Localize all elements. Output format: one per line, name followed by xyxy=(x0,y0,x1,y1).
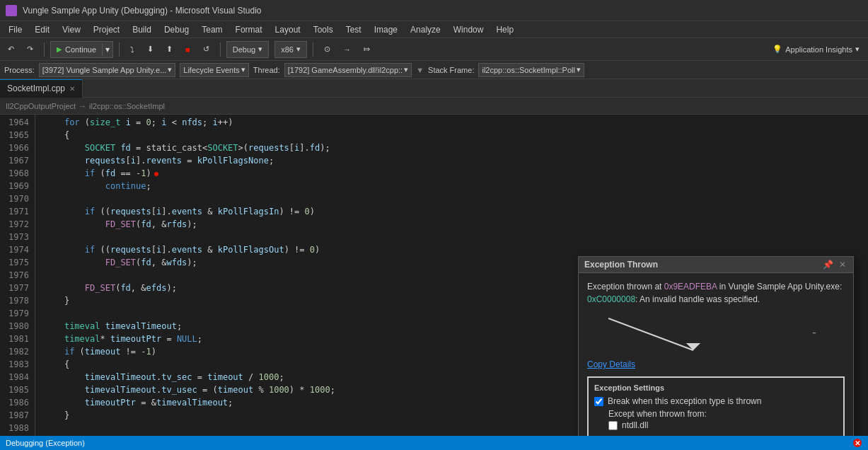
restart-button[interactable]: ↺ xyxy=(198,41,214,58)
process-dropdown-icon: ▾ xyxy=(168,65,172,74)
stop-button[interactable]: ■ xyxy=(180,41,195,58)
process-label: Process: xyxy=(4,66,35,74)
menu-tools[interactable]: Tools xyxy=(308,22,339,38)
exception-dialog-title: Exception Thrown xyxy=(584,260,658,270)
menu-layout[interactable]: Layout xyxy=(270,22,306,38)
svg-text:✕: ✕ xyxy=(855,439,860,447)
exception-arrow-svg xyxy=(608,311,750,354)
menu-build[interactable]: Build xyxy=(127,22,157,38)
platform-selector[interactable]: x86 ▾ xyxy=(274,41,307,58)
dialog-close-button[interactable]: ✕ xyxy=(838,260,847,270)
code-line-1967: requests[i].revents = kPollFlagsNone; xyxy=(41,154,868,167)
menu-image[interactable]: Image xyxy=(369,22,403,38)
line-num: 1972 xyxy=(3,218,29,231)
continue-label: Continue xyxy=(65,45,96,54)
menu-test[interactable]: Test xyxy=(340,22,367,38)
redo-button[interactable]: ↷ xyxy=(22,41,38,58)
menu-file[interactable]: File xyxy=(3,22,28,38)
exception-arrow-area: - xyxy=(587,311,845,354)
copy-details-link[interactable]: Copy Details xyxy=(587,359,845,369)
line-num: 1986 xyxy=(3,396,29,409)
menu-project[interactable]: Project xyxy=(88,22,125,38)
breakpoints-button[interactable]: ⊙ xyxy=(319,41,335,58)
svg-line-0 xyxy=(608,318,693,350)
continue-dropdown[interactable]: ▾ xyxy=(102,43,112,56)
platform-dropdown-icon: ▾ xyxy=(296,45,301,54)
menu-format[interactable]: Format xyxy=(230,22,268,38)
process-selector[interactable]: [3972] Vungle Sample App Unity.e... ▾ xyxy=(39,63,176,77)
nav-method[interactable]: il2cpp::os::SocketImpl xyxy=(89,102,165,110)
show-next-button[interactable]: ⤇ xyxy=(359,41,375,58)
filter-icon: ▼ xyxy=(416,66,424,74)
break-when-checkbox[interactable] xyxy=(594,397,603,406)
continue-button[interactable]: ▶ Continue xyxy=(51,41,102,58)
tab-bar: SocketImpl.cpp ✕ xyxy=(0,79,868,98)
ntdll-label: ntdll.dll xyxy=(622,420,648,430)
step-over-button[interactable]: ⤵ xyxy=(125,41,139,58)
line-num: 1971 xyxy=(3,205,29,218)
stack-value: il2cpp::os::SocketImpl::Poll xyxy=(482,66,574,74)
line-num: 1967 xyxy=(3,154,29,167)
line-num: 1969 xyxy=(3,180,29,192)
platform-label: x86 xyxy=(281,45,294,54)
exception-error-msg: An invalid handle was specified. xyxy=(640,294,760,304)
line-num: 1965 xyxy=(3,129,29,142)
exception-settings-box: Exception Settings Break when this excep… xyxy=(587,376,845,437)
except-value-row: ntdll.dll xyxy=(608,420,838,430)
toolbar-sep-1 xyxy=(44,42,45,57)
line-num: 1988 xyxy=(3,422,29,434)
toolbar-sep-2 xyxy=(119,42,120,57)
menu-debug[interactable]: Debug xyxy=(158,22,195,38)
menu-edit[interactable]: Edit xyxy=(29,22,55,38)
menu-window[interactable]: Window xyxy=(448,22,490,38)
undo-button[interactable]: ↶ xyxy=(3,41,19,58)
code-line-1965: { xyxy=(41,129,868,142)
ntdll-checkbox[interactable] xyxy=(608,421,618,430)
exception-address: 0x9EADFEBA xyxy=(664,282,717,292)
line-num: 1968 xyxy=(3,167,29,180)
menu-help[interactable]: Help xyxy=(490,22,519,38)
application-insights-button[interactable]: 💡 Application Insights ▾ xyxy=(767,41,865,58)
thread-dropdown-icon: ▾ xyxy=(404,65,408,74)
debug-mode-selector[interactable]: Debug ▾ xyxy=(226,41,269,58)
debug-mode-label: Debug xyxy=(233,45,255,54)
line-num: 1981 xyxy=(3,333,29,345)
insights-label: Application Insights xyxy=(785,45,852,54)
line-num: 1975 xyxy=(3,256,29,269)
line-numbers: 1964 1965 1966 1967 1968 1969 1970 1971 … xyxy=(0,115,35,450)
settings-box-title: Exception Settings xyxy=(594,383,838,392)
step-into-button[interactable]: ⬇ xyxy=(142,41,158,58)
editor-area: 1964 1965 1966 1967 1968 1969 1970 1971 … xyxy=(0,115,868,450)
line-num: 1966 xyxy=(3,142,29,154)
line-num: 1974 xyxy=(3,243,29,256)
lifecycle-label: Lifecycle Events xyxy=(183,66,239,74)
step-out-button[interactable]: ⬆ xyxy=(161,41,178,58)
lifecycle-selector[interactable]: Lifecycle Events ▾ xyxy=(180,63,248,77)
nav-bar: Il2CppOutputProject → il2cpp::os::Socket… xyxy=(0,98,868,115)
code-line-1972: FD_SET(fd, &rfds); xyxy=(41,218,868,231)
code-line-1973 xyxy=(41,231,868,243)
menu-view[interactable]: View xyxy=(57,22,86,38)
tab-socketimpl[interactable]: SocketImpl.cpp ✕ xyxy=(0,79,83,98)
insights-dropdown-icon: ▾ xyxy=(855,45,860,54)
nav-project[interactable]: Il2CppOutputProject xyxy=(6,102,76,110)
except-when-label: Except when thrown from: xyxy=(608,409,838,419)
thread-selector[interactable]: [1792] GameAssembly.dll!il2cpp:: ▾ xyxy=(284,63,412,77)
dash-marker: - xyxy=(812,325,816,340)
toolbar-sep-3 xyxy=(220,42,221,57)
line-num: 1980 xyxy=(3,320,29,333)
toolbar-sep-4 xyxy=(313,42,313,57)
line-num: 1977 xyxy=(3,282,29,294)
toolbar: ↶ ↷ ▶ Continue ▾ ⤵ ⬇ ⬆ ■ ↺ Debug ▾ x86 ▾… xyxy=(0,38,868,61)
line-num: 1978 xyxy=(3,294,29,307)
line-num: 1970 xyxy=(3,192,29,205)
menu-team[interactable]: Team xyxy=(196,22,228,38)
continue-button-group[interactable]: ▶ Continue ▾ xyxy=(50,41,113,58)
menu-analyze[interactable]: Analyze xyxy=(405,22,446,38)
next-statement-button[interactable]: → xyxy=(338,41,356,58)
close-tab-socketimpl[interactable]: ✕ xyxy=(69,85,75,93)
exception-message: Exception thrown at 0x9EADFEBA in Vungle… xyxy=(587,280,845,306)
dialog-pin-button[interactable]: 📌 xyxy=(821,260,835,270)
stack-selector[interactable]: il2cpp::os::SocketImpl::Poll ▾ xyxy=(478,63,584,77)
line-num: 1987 xyxy=(3,409,29,422)
